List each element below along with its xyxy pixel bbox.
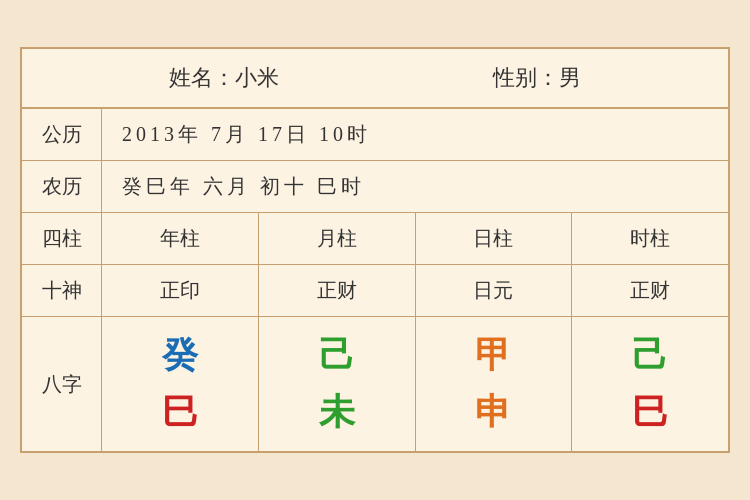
lunar-row: 农历 癸巳年 六月 初十 巳时 [22, 161, 728, 213]
header-row: 姓名：小米 性别：男 [22, 49, 728, 109]
shishen-label: 十神 [22, 265, 102, 316]
sizhu-cell-3: 时柱 [572, 213, 728, 264]
gregorian-label: 公历 [22, 109, 102, 160]
gregorian-value: 2013年 7月 17日 10时 [102, 109, 728, 160]
sizhu-cells: 年柱 月柱 日柱 时柱 [102, 213, 728, 264]
sizhu-cell-2: 日柱 [416, 213, 573, 264]
di-3: 巳 [632, 388, 668, 437]
bazi-row: 八字 癸 巳 己 未 甲 申 己 巳 [22, 317, 728, 451]
shishen-cell-2: 日元 [416, 265, 573, 316]
name-label: 姓名：小米 [169, 63, 279, 93]
shishen-cell-0: 正印 [102, 265, 259, 316]
tian-3: 己 [632, 331, 668, 380]
shishen-cell-1: 正财 [259, 265, 416, 316]
lunar-label: 农历 [22, 161, 102, 212]
sizhu-row: 四柱 年柱 月柱 日柱 时柱 [22, 213, 728, 265]
gender-label: 性别：男 [493, 63, 581, 93]
main-container: 姓名：小米 性别：男 公历 2013年 7月 17日 10时 农历 癸巳年 六月… [20, 47, 730, 453]
bazi-cell-3: 己 巳 [572, 317, 728, 451]
gregorian-row: 公历 2013年 7月 17日 10时 [22, 109, 728, 161]
tian-2: 甲 [475, 331, 511, 380]
sizhu-label: 四柱 [22, 213, 102, 264]
tian-0: 癸 [162, 331, 198, 380]
bazi-cells: 癸 巳 己 未 甲 申 己 巳 [102, 317, 728, 451]
sizhu-cell-1: 月柱 [259, 213, 416, 264]
bazi-cell-0: 癸 巳 [102, 317, 259, 451]
di-0: 巳 [162, 388, 198, 437]
bazi-label: 八字 [22, 317, 102, 451]
bazi-cell-2: 甲 申 [416, 317, 573, 451]
shishen-row: 十神 正印 正财 日元 正财 [22, 265, 728, 317]
shishen-cells: 正印 正财 日元 正财 [102, 265, 728, 316]
bazi-cell-1: 己 未 [259, 317, 416, 451]
sizhu-cell-0: 年柱 [102, 213, 259, 264]
lunar-value: 癸巳年 六月 初十 巳时 [102, 161, 728, 212]
di-1: 未 [319, 388, 355, 437]
shishen-cell-3: 正财 [572, 265, 728, 316]
tian-1: 己 [319, 331, 355, 380]
di-2: 申 [475, 388, 511, 437]
